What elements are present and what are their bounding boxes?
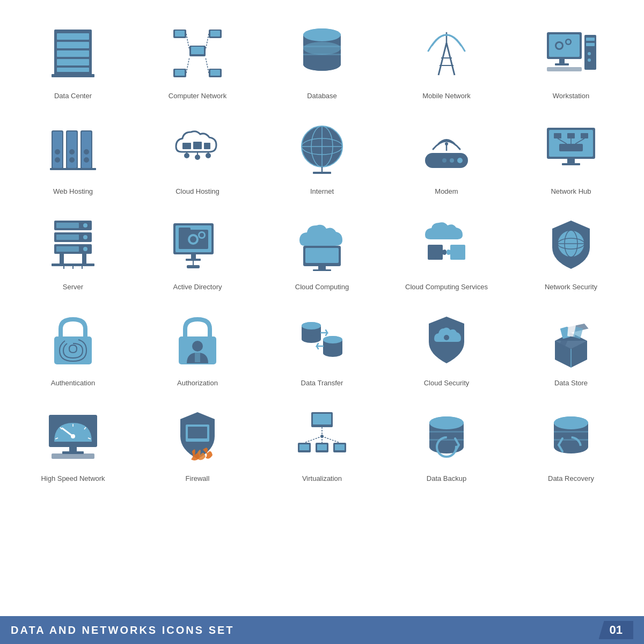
icon-data-backup bbox=[414, 404, 479, 469]
svg-rect-87 bbox=[567, 133, 575, 138]
svg-point-51 bbox=[55, 157, 60, 163]
svg-rect-4 bbox=[57, 59, 89, 65]
svg-rect-43 bbox=[586, 38, 595, 41]
svg-rect-124 bbox=[318, 266, 326, 269]
icon-cell-internet: Internet bbox=[260, 112, 384, 207]
svg-rect-180 bbox=[429, 431, 464, 433]
svg-rect-118 bbox=[191, 254, 196, 259]
svg-point-186 bbox=[554, 416, 588, 429]
icon-cell-authentication: Authentication bbox=[11, 303, 135, 399]
svg-point-83 bbox=[442, 158, 447, 163]
svg-rect-35 bbox=[549, 34, 580, 57]
footer-number: 01 bbox=[599, 621, 633, 639]
svg-line-18 bbox=[206, 34, 209, 50]
svg-point-175 bbox=[320, 435, 324, 438]
svg-rect-8 bbox=[191, 47, 204, 54]
icon-cell-data-store: Data Store bbox=[509, 303, 633, 399]
label-cloud-security: Cloud Security bbox=[424, 378, 470, 388]
svg-point-24 bbox=[303, 42, 341, 55]
icon-data-center bbox=[41, 21, 105, 86]
svg-point-81 bbox=[457, 158, 463, 163]
svg-point-152 bbox=[71, 434, 75, 438]
svg-rect-10 bbox=[175, 31, 185, 36]
svg-point-55 bbox=[69, 157, 75, 163]
svg-point-100 bbox=[83, 235, 87, 239]
label-data-store: Data Store bbox=[554, 378, 588, 388]
svg-rect-63 bbox=[204, 143, 210, 149]
icon-cell-active-directory: Active Directory bbox=[135, 207, 260, 303]
svg-rect-6 bbox=[52, 74, 94, 77]
icon-server bbox=[41, 213, 105, 277]
svg-rect-170 bbox=[335, 444, 345, 450]
icon-authentication bbox=[41, 309, 105, 373]
icon-cell-network-security: Network Security bbox=[509, 207, 633, 303]
icon-cell-cloud-computing: Cloud Computing bbox=[260, 207, 384, 303]
icon-cell-authorization: Authorization bbox=[135, 303, 260, 399]
icon-cell-data-recovery: Data Recovery bbox=[509, 399, 633, 494]
icon-network-hub bbox=[539, 117, 603, 181]
icon-authorization bbox=[165, 309, 230, 373]
icon-internet bbox=[290, 117, 354, 181]
label-virtualization: Virtualization bbox=[302, 474, 342, 484]
svg-rect-88 bbox=[581, 133, 588, 138]
svg-rect-121 bbox=[187, 265, 200, 268]
svg-rect-168 bbox=[317, 444, 327, 450]
svg-rect-113 bbox=[179, 228, 191, 231]
svg-rect-89 bbox=[559, 144, 583, 151]
svg-point-59 bbox=[84, 157, 89, 163]
icon-virtualization bbox=[290, 404, 354, 469]
label-firewall: Firewall bbox=[186, 474, 210, 484]
svg-rect-158 bbox=[69, 447, 77, 451]
svg-rect-40 bbox=[559, 59, 565, 63]
icon-web-hosting bbox=[41, 117, 105, 181]
svg-rect-27 bbox=[303, 46, 341, 47]
label-high-speed-network: High Speed Network bbox=[41, 474, 105, 484]
svg-point-46 bbox=[588, 58, 591, 62]
svg-point-144 bbox=[323, 336, 342, 343]
label-mobile-network: Mobile Network bbox=[422, 91, 471, 101]
svg-rect-86 bbox=[554, 133, 561, 138]
icon-database bbox=[290, 21, 354, 86]
svg-line-174 bbox=[322, 436, 340, 443]
svg-rect-41 bbox=[555, 63, 569, 65]
svg-rect-3 bbox=[57, 50, 89, 57]
label-web-hosting: Web Hosting bbox=[53, 187, 93, 196]
icon-cell-modem: Modem bbox=[384, 112, 509, 207]
label-active-directory: Active Directory bbox=[173, 282, 222, 292]
icon-active-directory bbox=[165, 213, 230, 277]
icon-computer-network bbox=[165, 21, 230, 86]
icon-network-security bbox=[539, 213, 603, 277]
label-internet: Internet bbox=[310, 187, 334, 196]
svg-rect-60 bbox=[50, 168, 96, 170]
icon-grid: Data Center bbox=[0, 0, 644, 500]
svg-line-19 bbox=[186, 57, 189, 73]
svg-rect-96 bbox=[56, 223, 79, 228]
svg-rect-5 bbox=[57, 68, 89, 72]
icon-cell-network-hub: Network Hub bbox=[509, 112, 633, 207]
icon-high-speed-network bbox=[41, 404, 105, 469]
svg-rect-105 bbox=[82, 254, 86, 265]
icon-data-transfer bbox=[290, 309, 354, 373]
svg-rect-99 bbox=[56, 235, 79, 240]
svg-point-103 bbox=[83, 247, 87, 251]
icon-cell-cloud-hosting: Cloud Hosting bbox=[135, 112, 260, 207]
icon-firewall bbox=[165, 404, 230, 469]
icon-cell-cloud-security: Cloud Security bbox=[384, 303, 509, 399]
icon-modem bbox=[414, 117, 479, 181]
svg-rect-119 bbox=[186, 259, 201, 261]
svg-rect-47 bbox=[547, 67, 582, 71]
label-server: Server bbox=[63, 282, 83, 292]
svg-rect-28 bbox=[303, 54, 341, 55]
icon-cell-data-transfer: Data Transfer bbox=[260, 303, 384, 399]
svg-point-50 bbox=[55, 149, 60, 155]
svg-line-172 bbox=[304, 436, 322, 443]
svg-point-37 bbox=[557, 43, 562, 48]
label-cloud-hosting: Cloud Hosting bbox=[175, 187, 219, 196]
svg-rect-123 bbox=[305, 248, 339, 263]
icon-cloud-computing-services bbox=[414, 213, 479, 277]
svg-rect-77 bbox=[313, 172, 331, 174]
svg-rect-125 bbox=[313, 269, 331, 271]
svg-point-54 bbox=[69, 149, 75, 155]
svg-rect-94 bbox=[562, 163, 580, 165]
icon-cell-mobile-network: Mobile Network bbox=[384, 16, 509, 112]
